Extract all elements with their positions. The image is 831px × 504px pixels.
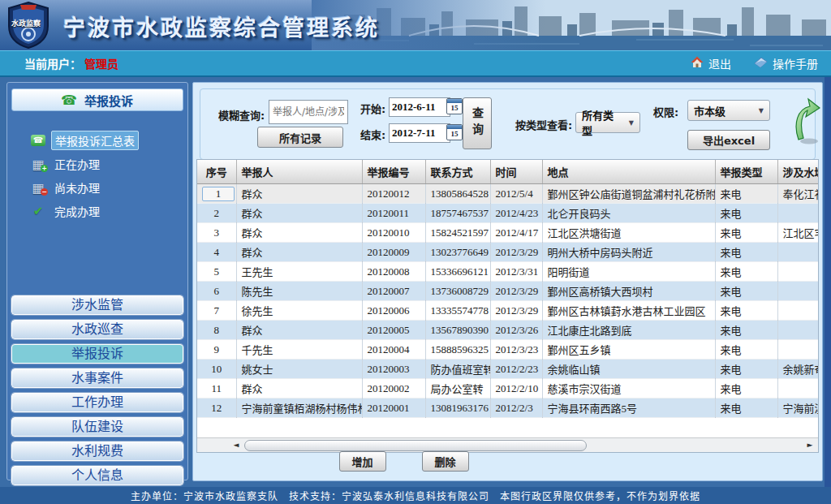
start-calendar-icon[interactable]: 15 xyxy=(446,98,463,114)
check-icon xyxy=(31,205,45,218)
query-button[interactable]: 查询 xyxy=(463,97,492,149)
table-cell: 20120004 xyxy=(362,340,425,360)
table-cell: 宁海前溪 xyxy=(777,398,819,418)
module-button[interactable]: 涉水监管 xyxy=(11,295,183,315)
table-cell: 余姚新奄 xyxy=(777,360,819,379)
sidebar-item-label: 完成办理 xyxy=(51,202,103,220)
end-date-input[interactable] xyxy=(389,123,450,143)
table-header-row: 序号举报人举报编号联系方式时间地点举报类型涉及水域 xyxy=(197,160,819,184)
table-row[interactable]: 2群众20120011187574675372012/4/23北仑开良码头来电 xyxy=(197,204,819,223)
sidebar-item[interactable]: 正在办理 xyxy=(31,153,183,175)
scrollbar-thumb[interactable] xyxy=(244,440,587,451)
module-button[interactable]: 队伍建设 xyxy=(11,417,183,437)
column-header[interactable]: 举报类型 xyxy=(715,160,777,184)
phone-icon xyxy=(62,93,76,106)
phone-box-icon xyxy=(31,135,45,146)
main-panel: 模糊查询: 所有记录 开始: 15 结束: 15 查询 按类型查看: 所有类型 … xyxy=(192,82,823,481)
sidebar-item[interactable]: 举报投诉汇总表 xyxy=(31,129,183,152)
column-header[interactable]: 时间 xyxy=(490,160,542,184)
table-row[interactable]: 1群众20120012138058645282012/5/4鄞州区钟公庙街道铜盆… xyxy=(197,184,819,204)
table-cell: 15336696121 xyxy=(425,262,490,282)
table-row[interactable]: 5王先生20120008153366961212012/3/31阳明街道来电 xyxy=(197,262,819,282)
table-cell: 15888596325 xyxy=(425,340,490,360)
scroll-right-icon[interactable]: ► xyxy=(803,438,816,451)
table-cell: 来电 xyxy=(715,379,777,398)
table-row[interactable]: 3群众20120010158245215972012/4/17江北区洪塘街道来电… xyxy=(197,223,819,243)
column-header[interactable]: 举报人 xyxy=(236,160,362,184)
column-header[interactable]: 地点 xyxy=(542,160,715,184)
permission-select[interactable]: 市本级 ▼ xyxy=(687,100,770,121)
module-button[interactable]: 举报投诉 xyxy=(11,344,183,364)
table-row[interactable]: 11群众20120002局办公室转2012/2/10慈溪市宗汉街道来电 xyxy=(197,379,819,398)
logout-link[interactable]: 退出 xyxy=(691,55,731,71)
sidebar-item[interactable]: 尚未办理 xyxy=(31,176,183,199)
scroll-left-icon[interactable]: ◄ xyxy=(230,438,243,451)
app-root: 水政监察 宁波市水政监察综合管理系统 当前用户： 管理员 退出 xyxy=(0,0,831,504)
table-cell: 2012/4/23 xyxy=(490,204,542,223)
start-date-input[interactable] xyxy=(389,97,450,117)
end-date-label: 结束: xyxy=(360,127,385,142)
table-cell: 王先生 xyxy=(236,262,362,282)
refresh-arrow-icon[interactable] xyxy=(791,96,820,153)
table-row[interactable]: 6陈先生20120007137360087292012/3/29鄞州区高桥镇大西… xyxy=(197,282,819,301)
table-row[interactable]: 12宁海前童镇栢湖杨村杨伟林20120001130819631762012/2/… xyxy=(197,398,819,418)
manual-link[interactable]: 操作手册 xyxy=(754,55,818,71)
column-header[interactable]: 涉及水域 xyxy=(777,160,819,184)
logo-text: 水政监察 xyxy=(11,18,47,28)
report-table: 序号举报人举报编号联系方式时间地点举报类型涉及水域 1群众20120012138… xyxy=(197,160,819,418)
start-date-label: 开始: xyxy=(360,101,385,116)
column-header[interactable]: 联系方式 xyxy=(425,160,490,184)
table-cell: 13335574778 xyxy=(425,301,490,321)
current-user-name: 管理员 xyxy=(84,55,118,71)
table-cell: 12 xyxy=(197,398,236,418)
grid-minus-icon xyxy=(31,181,45,194)
table-cell: 来电 xyxy=(715,321,777,340)
end-calendar-icon[interactable]: 15 xyxy=(446,124,463,140)
type-select-value: 所有类型 xyxy=(582,107,622,138)
sidebar-section-header[interactable]: 举报投诉 xyxy=(11,88,183,111)
export-excel-button[interactable]: 导出excel xyxy=(687,130,770,150)
fuzzy-search-input[interactable] xyxy=(269,100,348,124)
table-cell: 8 xyxy=(197,321,236,340)
table-cell: 20120001 xyxy=(362,398,425,418)
table-cell: 来电 xyxy=(715,398,777,418)
table-cell: 20120009 xyxy=(362,243,425,262)
sidebar-item-label: 尚未办理 xyxy=(51,179,103,196)
footer-bar: 主办单位：宁波市水政监察支队 技术支持：宁波弘泰水利信息科技有限公司 本图行政区… xyxy=(0,487,831,504)
table-row[interactable]: 4群众20120009130237766492012/3/29明州大桥中房码头附… xyxy=(197,243,819,262)
table-cell: 鄞州区五乡镇 xyxy=(542,340,715,360)
column-header[interactable]: 举报编号 xyxy=(362,160,425,184)
table-row[interactable]: 8群众20120005135678903902012/3/26江北康庄北路到底来… xyxy=(197,321,819,340)
table-cell: 2012/3/29 xyxy=(490,282,542,301)
horizontal-scrollbar[interactable]: ◄ ► xyxy=(197,437,818,452)
table-row[interactable]: 10姚女士20120003防办值班室转2012/2/23余姚临山镇来电余姚新奄 xyxy=(197,360,819,379)
delete-button[interactable]: 删除 xyxy=(422,451,469,472)
table-cell: 防办值班室转 xyxy=(425,360,490,379)
table-cell: 13081963176 xyxy=(425,398,490,418)
table-cell: 15824521597 xyxy=(425,223,490,243)
type-select[interactable]: 所有类型 ▼ xyxy=(575,112,640,133)
module-button[interactable]: 工作办理 xyxy=(11,393,183,412)
table-cell: 来电 xyxy=(715,184,777,204)
table-row[interactable]: 7徐先生20120006133355747782012/3/29鄞州区古林镇葑水… xyxy=(197,301,819,321)
sidebar-section-title: 举报投诉 xyxy=(84,92,133,109)
table-cell: 2012/3/26 xyxy=(490,321,542,340)
module-button[interactable]: 水政巡查 xyxy=(11,320,183,339)
table-cell: 20120012 xyxy=(362,184,425,204)
table-cell: 3 xyxy=(197,223,236,243)
all-records-button[interactable]: 所有记录 xyxy=(257,127,343,148)
table-cell: 来电 xyxy=(715,301,777,321)
module-button[interactable]: 水事案件 xyxy=(11,368,183,388)
table-row[interactable]: 9千先生20120004158885963252012/3/23鄞州区五乡镇来电 xyxy=(197,340,819,360)
column-header[interactable]: 序号 xyxy=(197,160,236,184)
manual-label: 操作手册 xyxy=(773,55,818,71)
table-cell: 群众 xyxy=(236,243,362,262)
add-button[interactable]: 增加 xyxy=(339,451,386,472)
table-cell: 徐先生 xyxy=(236,301,362,321)
table-cell: 陈先生 xyxy=(236,282,362,301)
table-cell: 4 xyxy=(197,243,236,262)
side-menu: 举报投诉汇总表正在办理尚未办理完成办理 xyxy=(11,129,183,222)
table-cell: 江北区宅 xyxy=(777,223,819,243)
table-cell: 局办公室转 xyxy=(425,379,490,398)
sidebar-item[interactable]: 完成办理 xyxy=(31,200,183,222)
